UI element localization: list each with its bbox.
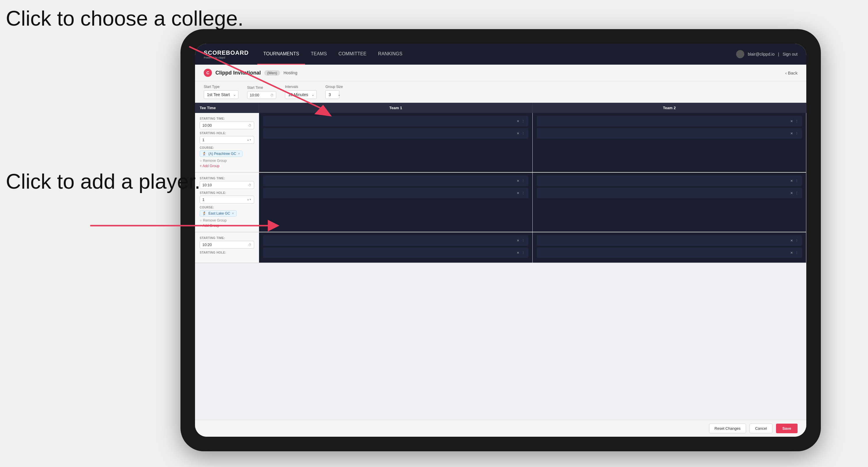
- group-section-2: STARTING TIME: 10:10 ⏱ STARTING HOLE: 1 …: [195, 173, 806, 232]
- nav-tab-rankings[interactable]: RANKINGS: [372, 44, 408, 65]
- player-x-btn-1-1[interactable]: ✕: [517, 119, 519, 123]
- add-group-btn-2[interactable]: + Add Group: [200, 224, 254, 228]
- player-x-btn-2-3[interactable]: ✕: [790, 179, 793, 183]
- time-icon-3: ⏱: [248, 243, 251, 247]
- player-more-btn-2-3[interactable]: ⋮: [795, 179, 799, 183]
- sub-header: C Clippd Invitational (Men) Hosting ‹ Ba…: [195, 65, 806, 81]
- player-row-2-2[interactable]: ✕ ⋮: [263, 188, 528, 198]
- nav-user-email: blair@clippd.io: [748, 52, 775, 57]
- remove-group-btn-1[interactable]: ○ Remove Group: [200, 159, 254, 163]
- remove-icon-1: ○: [200, 159, 202, 163]
- player-row-2-4[interactable]: ✕ ⋮: [537, 188, 802, 198]
- group-1-team1: ✕ ⋮ ✕ ⋮: [259, 113, 533, 172]
- nav-sign-out[interactable]: Sign out: [783, 52, 798, 57]
- player-x-btn-3-1[interactable]: ✕: [517, 239, 519, 243]
- player-x-btn-3-4[interactable]: ✕: [790, 251, 793, 255]
- group-3-team1: ✕ ⋮ ✕ ⋮: [259, 232, 533, 262]
- nav-brand: SCOREBOARD Powered by clippd: [204, 50, 249, 59]
- player-x-btn-3-3[interactable]: ✕: [790, 239, 793, 243]
- course-tag-remove-1[interactable]: ×: [238, 152, 240, 156]
- starting-hole-value-2: 1: [202, 197, 204, 202]
- player-x-btn-1-4[interactable]: ✕: [790, 132, 793, 135]
- course-tag-icon-2: 🏌: [202, 211, 207, 215]
- player-x-btn-3-2[interactable]: ✕: [517, 251, 519, 255]
- player-row-3-3[interactable]: ✕ ⋮: [537, 235, 802, 246]
- form-row: Start Type 1st Tee Start Start Time 10:0…: [195, 81, 806, 103]
- player-more-btn-3-1[interactable]: ⋮: [522, 239, 525, 243]
- intervals-label: Intervals: [285, 85, 317, 89]
- starting-hole-input-1[interactable]: 1 ▲▼: [200, 136, 254, 144]
- start-type-select[interactable]: 1st Tee Start: [204, 90, 238, 99]
- start-time-label: Start Time: [247, 86, 276, 90]
- group-section-3: STARTING TIME: 10:20 ⏱ STARTING HOLE: ✕ …: [195, 232, 806, 263]
- nav-avatar: [736, 50, 744, 58]
- course-tag-2[interactable]: 🏌 East Lake GC ×: [200, 210, 237, 217]
- group-size-select[interactable]: 3: [326, 90, 339, 99]
- player-more-btn-2-2[interactable]: ⋮: [522, 191, 525, 195]
- player-x-btn-1-2[interactable]: ✕: [517, 132, 519, 135]
- add-group-btn-1[interactable]: + Add Group: [200, 164, 254, 168]
- nav-tab-teams[interactable]: TEAMS: [305, 44, 333, 65]
- starting-time-input-3[interactable]: 10:20 ⏱: [200, 241, 254, 249]
- player-row-1-2[interactable]: ✕ ⋮: [263, 128, 528, 138]
- player-x-btn-1-3[interactable]: ✕: [790, 119, 793, 123]
- player-actions-1-4: ✕ ⋮: [790, 132, 799, 135]
- player-more-btn-1-1[interactable]: ⋮: [522, 119, 525, 123]
- player-x-btn-2-2[interactable]: ✕: [517, 191, 519, 195]
- player-more-btn-3-3[interactable]: ⋮: [795, 239, 799, 243]
- player-row-3-4[interactable]: ✕ ⋮: [537, 247, 802, 258]
- player-actions-2-2: ✕ ⋮: [517, 191, 525, 195]
- starting-hole-label-1: STARTING HOLE:: [200, 132, 254, 135]
- form-group-start-time: Start Time 10:00 ⏱: [247, 86, 276, 99]
- group-section-1: STARTING TIME: 10:00 ⏱ STARTING HOLE: 1 …: [195, 113, 806, 173]
- player-more-btn-3-4[interactable]: ⋮: [795, 251, 799, 255]
- start-time-input[interactable]: 10:00 ⏱: [247, 91, 276, 99]
- course-label-1: COURSE:: [200, 146, 254, 149]
- player-more-btn-2-4[interactable]: ⋮: [795, 191, 799, 195]
- course-label-2: COURSE:: [200, 206, 254, 209]
- remove-group-btn-2[interactable]: ○ Remove Group: [200, 218, 254, 222]
- tablet-screen: SCOREBOARD Powered by clippd TOURNAMENTS…: [195, 44, 806, 437]
- save-button[interactable]: Save: [776, 424, 798, 433]
- player-more-btn-2-1[interactable]: ⋮: [522, 179, 525, 183]
- player-x-btn-2-4[interactable]: ✕: [790, 191, 793, 195]
- player-more-btn-3-2[interactable]: ⋮: [522, 251, 525, 255]
- player-more-btn-1-4[interactable]: ⋮: [795, 132, 799, 135]
- intervals-select[interactable]: 10 Minutes: [285, 90, 317, 99]
- player-row-2-1[interactable]: ✕ ⋮: [263, 176, 528, 186]
- starting-time-input-2[interactable]: 10:10 ⏱: [200, 181, 254, 189]
- back-button[interactable]: ‹ Back: [785, 70, 798, 75]
- nav-tab-committee[interactable]: COMMITTEE: [333, 44, 372, 65]
- starting-hole-value-1: 1: [202, 138, 204, 142]
- player-more-btn-1-3[interactable]: ⋮: [795, 119, 799, 123]
- group-2-team2: ✕ ⋮ ✕ ⋮: [533, 173, 806, 232]
- time-icon-2: ⏱: [248, 183, 251, 187]
- course-tag-remove-2[interactable]: ×: [232, 211, 234, 215]
- start-type-select-wrapper: 1st Tee Start: [204, 90, 238, 99]
- player-row-2-3[interactable]: ✕ ⋮: [537, 176, 802, 186]
- nav-tab-tournaments[interactable]: TOURNAMENTS: [257, 44, 305, 65]
- course-tag-icon-1: 🏌: [202, 152, 207, 156]
- player-row-1-3[interactable]: ✕ ⋮: [537, 116, 802, 126]
- course-tag-1[interactable]: 🏌 (A) Peachtree GC ×: [200, 151, 243, 157]
- reset-changes-button[interactable]: Reset Changes: [709, 424, 746, 433]
- player-row-1-4[interactable]: ✕ ⋮: [537, 128, 802, 138]
- tablet-frame: SCOREBOARD Powered by clippd TOURNAMENTS…: [181, 29, 821, 451]
- player-x-btn-2-1[interactable]: ✕: [517, 179, 519, 183]
- starting-hole-input-2[interactable]: 1 ▲▼: [200, 196, 254, 204]
- player-actions-3-2: ✕ ⋮: [517, 251, 525, 255]
- starting-time-input-1[interactable]: 10:00 ⏱: [200, 121, 254, 129]
- player-row-3-1[interactable]: ✕ ⋮: [263, 235, 528, 246]
- form-group-group-size: Group Size 3: [326, 85, 343, 99]
- annotation-top: Click to choose a college.: [6, 6, 243, 31]
- player-more-btn-1-2[interactable]: ⋮: [522, 132, 525, 135]
- nav-brand-text: SCOREBOARD: [204, 50, 249, 56]
- player-row-1-1[interactable]: ✕ ⋮: [263, 116, 528, 126]
- time-icon-1: ⏱: [248, 124, 251, 127]
- player-row-3-2[interactable]: ✕ ⋮: [263, 247, 528, 258]
- player-actions-3-3: ✕ ⋮: [790, 239, 799, 243]
- group-3-team2: ✕ ⋮ ✕ ⋮: [533, 232, 806, 262]
- cancel-button[interactable]: Cancel: [749, 424, 772, 433]
- start-time-value: 10:00: [250, 93, 259, 97]
- starting-time-label-1: STARTING TIME:: [200, 117, 254, 120]
